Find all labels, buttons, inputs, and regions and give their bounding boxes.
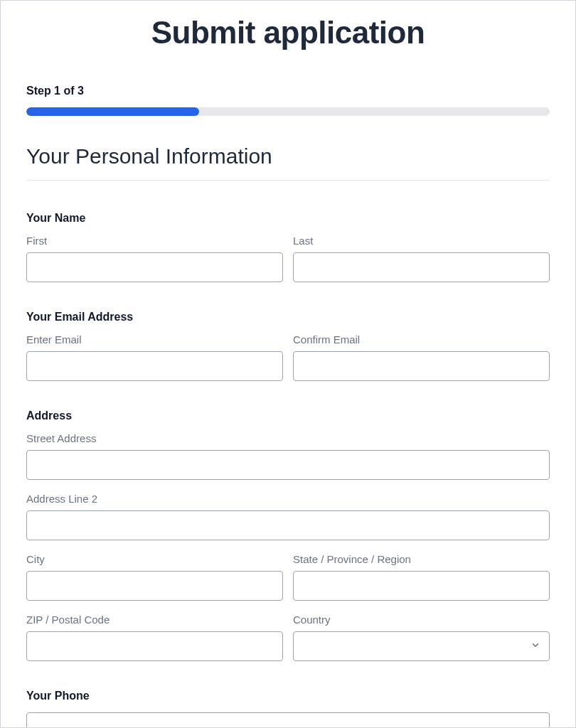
state-input[interactable] [293,571,550,601]
enter-email-input[interactable] [26,351,283,381]
page-title: Submit application [26,15,550,50]
address-group-label: Address [26,410,550,422]
state-label: State / Province / Region [293,553,550,565]
address-line2-label: Address Line 2 [26,493,550,505]
confirm-email-input[interactable] [293,351,550,381]
phone-input[interactable] [26,712,550,728]
name-group-label: Your Name [26,212,550,225]
last-name-label: Last [293,235,550,247]
zip-input[interactable] [26,631,283,661]
enter-email-label: Enter Email [26,333,283,346]
zip-label: ZIP / Postal Code [26,614,283,626]
country-label: Country [293,614,550,626]
country-select-wrapper[interactable] [293,631,550,661]
address-line2-input[interactable] [26,510,550,540]
city-input[interactable] [26,571,283,601]
country-select[interactable] [294,632,549,660]
progress-bar [26,107,550,116]
street-address-label: Street Address [26,432,550,444]
last-name-input[interactable] [293,252,550,282]
phone-group-label: Your Phone [26,690,550,702]
first-name-label: First [26,235,283,247]
street-address-input[interactable] [26,450,550,480]
confirm-email-label: Confirm Email [293,333,550,346]
city-label: City [26,553,283,565]
email-group-label: Your Email Address [26,311,550,323]
section-heading: Your Personal Information [26,144,550,181]
progress-fill [26,107,199,116]
step-indicator: Step 1 of 3 [26,85,550,97]
first-name-input[interactable] [26,252,283,282]
